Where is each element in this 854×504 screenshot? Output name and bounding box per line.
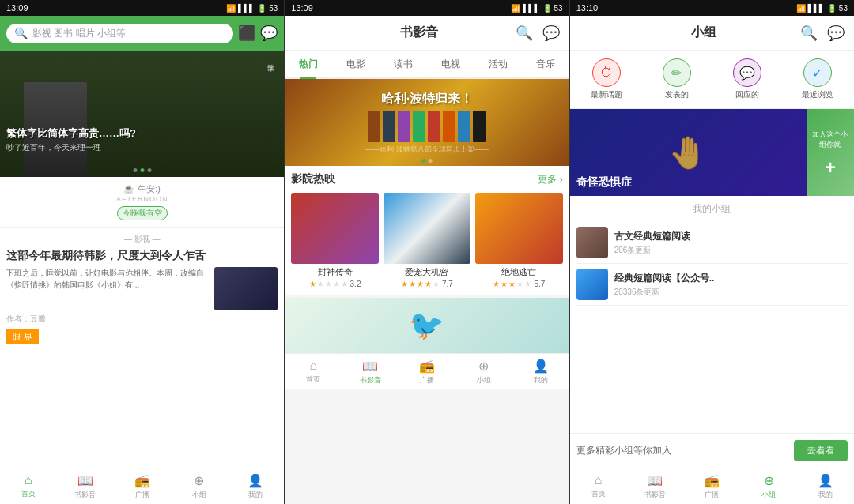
dot-1 — [133, 168, 137, 172]
panel-groups: 13:10 📶 ▌▌▌ 🔋 53 小组 🔍 💬 ⏱ 最新话题 ✏ — [570, 0, 854, 504]
p2-header: 书影音 🔍 💬 — [285, 16, 569, 51]
group-banner-name: 奇怪恐惧症 — [576, 175, 632, 190]
hp-books — [368, 111, 486, 142]
tab-read[interactable]: 读书 — [380, 51, 427, 77]
nav-group-label-1: 小组 — [192, 490, 206, 500]
panel-media: 13:09 📶 ▌▌▌ 🔋 53 书影音 🔍 💬 热门 电影 读书 电视 活动 … — [285, 0, 569, 504]
qa-recent[interactable]: ✓ 最近浏览 — [784, 58, 851, 100]
nav-media-2[interactable]: 📖 书影音 — [342, 354, 399, 389]
bdot-1 — [421, 159, 425, 163]
nav-media-label-3: 书影音 — [644, 490, 666, 500]
qa-replied[interactable]: 💬 回应的 — [713, 58, 780, 100]
movie-card-2[interactable]: 爱宠大机密 ★ ★ ★ ★ ★ 7.7 — [384, 193, 470, 288]
nav-mine-2[interactable]: 👤 我的 — [512, 354, 569, 389]
nav-media-3[interactable]: 📖 书影音 — [627, 468, 684, 504]
dot-3 — [147, 168, 151, 172]
qa-latest[interactable]: ⏱ 最新话题 — [573, 58, 640, 100]
more-link[interactable]: 更多 › — [538, 173, 562, 186]
movie-stars-3: ★ ★ ★ ★ ★ 5.7 — [475, 280, 562, 288]
p2-title: 书影音 — [323, 24, 515, 41]
group-banner-horror[interactable]: 🤚 奇怪恐惧症 — [570, 109, 807, 196]
article-title[interactable]: 这部今年最期待韩影，尺度大到令人乍舌 — [6, 248, 278, 264]
tab-tv[interactable]: 电视 — [427, 51, 474, 77]
dash-left: — — [659, 203, 669, 214]
book-6 — [443, 111, 455, 142]
book-5 — [428, 111, 440, 142]
media-icon-2: 📖 — [362, 359, 378, 374]
status-time-2: 13:09 — [291, 3, 313, 13]
nav-home-2[interactable]: ⌂ 首页 — [285, 354, 342, 389]
group-item-1[interactable]: 古文经典短篇阅读 206条更新 — [576, 222, 848, 264]
tab-event[interactable]: 活动 — [474, 51, 522, 77]
group-icon-2: ⊕ — [478, 359, 489, 374]
nav-home-label-2: 首页 — [306, 374, 320, 385]
battery-val-2: 53 — [554, 4, 563, 13]
poster-1 — [291, 193, 378, 264]
nav-home-3[interactable]: ⌂ 首页 — [570, 468, 627, 504]
qa-recent-icon: ✓ — [803, 58, 832, 87]
broadcast-icon-2: 📻 — [419, 359, 435, 374]
media-icon-1: 📖 — [77, 473, 93, 488]
group-item-2[interactable]: 经典短篇阅读【公众号.. 20336条更新 — [576, 264, 848, 306]
status-time-3: 13:10 — [576, 3, 599, 13]
nav-broadcast-label-1: 广播 — [135, 490, 149, 500]
search-icon-p2[interactable]: 🔍 — [516, 24, 533, 42]
status-bar-3: 13:10 📶 ▌▌▌ 🔋 53 — [570, 0, 854, 16]
bird-banner[interactable]: 🐦 — [285, 298, 569, 353]
p3-header-icons: 🔍 💬 — [800, 24, 845, 42]
group-thumb-1 — [576, 227, 608, 258]
nav-broadcast-2[interactable]: 📻 广播 — [399, 354, 455, 389]
book-4 — [413, 111, 425, 142]
nav-group-label-3: 小组 — [761, 490, 776, 500]
s3-5: ★ — [524, 280, 531, 288]
nav-group-label-2: 小组 — [477, 375, 491, 386]
nav-broadcast-label-3: 广播 — [705, 490, 719, 500]
hero-image[interactable]: 繁体字 繁体字比简体字高贵……吗? 吵了近百年，今天来理一理 — [0, 51, 284, 177]
nav-broadcast-3[interactable]: 📻 广播 — [683, 468, 740, 504]
message-icon-p3[interactable]: 💬 — [827, 24, 845, 42]
bottom-nav-2: ⌂ 首页 📖 书影音 📻 广播 ⊕ 小组 👤 我的 — [285, 353, 569, 389]
book-2 — [383, 111, 395, 142]
qa-posted[interactable]: ✏ 发表的 — [643, 58, 710, 100]
nav-mine-3[interactable]: 👤 我的 — [797, 468, 854, 504]
group-banner-join[interactable]: 加入这个小组你就 + — [807, 109, 854, 196]
status-icons-3: 📶 ▌▌▌ 🔋 53 — [796, 4, 848, 13]
score-2: 7.7 — [442, 280, 453, 288]
hp-banner[interactable]: 哈利·波特归来！ ——哈利·波特第八部全球同步上架—— — [285, 79, 569, 166]
search-icon-p3[interactable]: 🔍 — [800, 24, 818, 42]
mine-icon-1: 👤 — [248, 473, 263, 488]
nav-mine-1[interactable]: 👤 我的 — [227, 468, 284, 504]
nav-broadcast-1[interactable]: 📻 广播 — [114, 468, 171, 504]
movie-card-3[interactable]: 绝地逃亡 ★ ★ ★ ★ ★ 5.7 — [475, 193, 562, 288]
go-button[interactable]: 去看看 — [794, 440, 848, 461]
today-tag[interactable]: 今晚我有空 — [117, 206, 168, 220]
nav-mine-label-3: 我的 — [818, 490, 833, 500]
movie-name-3: 绝地逃亡 — [475, 266, 562, 278]
tab-music[interactable]: 音乐 — [522, 51, 569, 77]
broadcast-icon-1: 📻 — [134, 473, 150, 488]
nav-media-1[interactable]: 📖 书影音 — [57, 468, 114, 504]
movie-name-1: 封神传奇 — [291, 266, 378, 278]
scan-icon[interactable]: ⬛ — [238, 24, 255, 42]
nav-group-1[interactable]: ⊕ 小组 — [171, 468, 228, 504]
tab-movie[interactable]: 电影 — [332, 51, 380, 77]
search-box[interactable]: 🔍 影视 图书 唱片 小组等 — [6, 24, 233, 43]
dash-right: — — [755, 203, 765, 214]
hero-subtitle: 吵了近百年，今天来理一理 — [6, 142, 136, 153]
nav-home-label-3: 首页 — [591, 489, 606, 499]
my-groups-title: — — 我的小组 — — — [576, 202, 848, 216]
nav-media-label-2: 书影音 — [360, 375, 381, 386]
nav-home-1[interactable]: ⌂ 首页 — [0, 468, 57, 504]
p2-header-icons: 🔍 💬 — [516, 24, 560, 42]
bottom-nav-1: ⌂ 首页 📖 书影音 📻 广播 ⊕ 小组 👤 我的 — [0, 468, 284, 504]
message-icon-p2[interactable]: 💬 — [542, 24, 560, 42]
message-icon[interactable]: 💬 — [260, 24, 278, 42]
afternoon-section: ☕ 午安:) AFTERNOON 今晚我有空 — [0, 177, 284, 228]
nav-group-3[interactable]: ⊕ 小组 — [740, 468, 797, 504]
article-content-row: 下班之后，睡觉以前，让好电影与你相伴。本周，改编自《指匠情挑》的韩国电影《小姐》… — [6, 267, 278, 310]
group-update-2: 20336条更新 — [614, 287, 848, 298]
movie-card-1[interactable]: 封神传奇 ★ ★ ★ ★ ★ 3.2 — [291, 193, 378, 288]
bottom-tag[interactable]: 眼 界 — [6, 329, 39, 344]
nav-group-2[interactable]: ⊕ 小组 — [455, 354, 512, 389]
tab-hot[interactable]: 热门 — [285, 51, 332, 77]
